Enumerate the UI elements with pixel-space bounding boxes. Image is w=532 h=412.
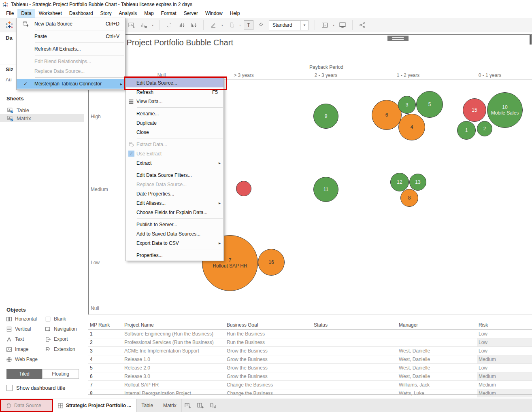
tab-table[interactable]: Table [136,399,158,412]
table-row[interactable]: 7Rollout SAP HRChange the BusinessWillia… [88,381,532,389]
paperclip-dropdown-icon[interactable]: ▾ [238,23,242,27]
bubble-1[interactable]: 1 [457,121,476,140]
show-dashboard-title-checkbox[interactable] [6,385,13,391]
table-row[interactable]: 3ACME Inc Implementation SupportGrow the… [88,347,532,355]
tab-matrix[interactable]: Matrix [158,399,182,412]
column-header-project-name[interactable]: Project Name [123,321,225,330]
menu-item-choose-fields-for-explain-data[interactable]: Choose Fields for Explain Data... [126,208,223,217]
highlight-pen-icon[interactable] [208,20,219,30]
menu-item-properties[interactable]: Properties... [126,251,223,260]
tiled-button[interactable]: Tiled [6,369,42,379]
bubble-16[interactable]: 16 [258,249,285,276]
menubar-item-worksheet[interactable]: Worksheet [35,9,66,18]
menu-item-extract[interactable]: Extract▸ [126,158,223,168]
object-item-vertical[interactable]: Vertical [6,326,45,332]
swap-rows-columns-icon[interactable] [164,20,174,30]
menu-item-add-to-saved-data-sources[interactable]: Add to Saved Data Sources... [126,229,223,238]
fix-axes-pin-icon[interactable] [255,20,266,30]
menu-item-close[interactable]: Close [126,127,223,137]
menu-item-export-data-to-csv[interactable]: Export Data to CSV▸ [126,238,223,248]
bubble-3[interactable]: 3 [398,96,416,114]
object-item-image[interactable]: Image [6,346,45,353]
highlight-dropdown-icon[interactable]: ▾ [220,23,224,27]
table-row[interactable]: 6Release 3.0Grow the BusinessWest, Danie… [88,372,532,381]
bubble-15[interactable]: 15 [463,98,486,122]
menu-item-rename[interactable]: Rename... [126,109,223,118]
table-row[interactable]: 4Release 1.0Grow the BusinessWest, Danie… [88,355,532,364]
menubar-item-data[interactable]: Data [17,9,35,18]
bubble-10-mobile-sales[interactable]: 10Mobile Sales [487,92,523,128]
menu-item-paste[interactable]: PasteCtrl+V [17,32,125,41]
table-row[interactable]: 8Internal Reorganization ProjectChange t… [88,389,532,398]
menubar-item-file[interactable]: File [2,9,17,18]
sheet-item-matrix[interactable]: Matrix [0,114,84,122]
bubble-6[interactable]: 6 [372,100,402,130]
tab-data-source[interactable]: Data Source [0,399,53,412]
tab-strategic-project-portfolio[interactable]: Strategic Project Portfolio ... [53,399,136,412]
new-dashboard-toolbar-icon[interactable] [126,20,137,30]
object-item-export[interactable]: Export [45,336,81,342]
clear-sheet-icon[interactable] [138,20,149,30]
object-item-blank[interactable]: Blank [45,316,81,322]
menu-item-edit-data-source-filters[interactable]: Edit Data Source Filters... [126,170,223,180]
object-item-extension[interactable]: Extension [45,346,81,353]
bubble-2[interactable]: 2 [477,121,492,136]
menubar-item-analysis[interactable]: Analysis [115,9,141,18]
share-icon[interactable] [357,20,368,30]
object-item-web-page[interactable]: Web Page [6,356,45,363]
paperclip-icon[interactable] [226,20,236,30]
menubar-item-window[interactable]: Window [202,9,226,18]
menu-item-duplicate[interactable]: Duplicate [126,118,223,127]
menu-item-new-data-source[interactable]: New Data SourceCtrl+D [17,19,125,29]
menubar-item-story[interactable]: Story [97,9,115,18]
new-story-icon[interactable] [207,399,219,412]
table-row[interactable]: 1Software Engineering (Run the Business)… [88,330,532,338]
bubble-9[interactable]: 9 [313,104,338,129]
bubble-8[interactable]: 8 [400,189,418,207]
menubar-item-dashboard[interactable]: Dashboard [66,9,97,18]
menu-item-edit-aliases[interactable]: Edit Aliases...▸ [126,198,223,208]
new-worksheet-icon[interactable] [182,399,194,412]
bubble-unlabeled[interactable] [236,181,251,196]
object-item-text[interactable]: Text [6,336,45,342]
column-header-business-goal[interactable]: Business Goal [225,321,312,330]
sort-ascending-icon[interactable] [176,20,187,30]
column-header-risk[interactable]: Risk [477,321,532,330]
menu-item-publish-to-server[interactable]: Publish to Server... [126,220,223,229]
zone-grip-handle[interactable] [387,36,409,41]
column-header-mp-rank[interactable]: MP Rank [88,321,123,330]
floating-button[interactable]: Floating [42,369,79,379]
bubble-11[interactable]: 11 [313,177,338,202]
bubble-12[interactable]: 12 [390,173,409,191]
show-mark-labels-button[interactable]: T [244,20,253,30]
fit-mode-dropdown-icon[interactable]: ▼ [300,21,308,30]
vertical-scrollbar-thumb[interactable] [530,35,532,45]
menu-separator [137,138,223,138]
show-hide-cards-dropdown-icon[interactable]: ▾ [332,23,336,27]
menubar-item-format[interactable]: Format [157,9,180,18]
object-item-navigation[interactable]: Navigation [45,326,81,332]
object-item-horizontal[interactable]: Horizontal [6,316,45,322]
presentation-mode-icon[interactable] [337,20,348,30]
menubar-item-server[interactable]: Server [180,9,202,18]
clear-sheet-dropdown-icon[interactable]: ▾ [151,23,155,27]
menu-item-refresh-all-extracts[interactable]: Refresh All Extracts... [17,44,125,54]
new-dashboard-icon[interactable] [194,399,207,412]
fit-mode-select[interactable]: Standard ▼ [269,20,309,30]
sheet-item-table[interactable]: Table [0,106,84,114]
bubble-13[interactable]: 13 [409,174,426,191]
column-header-status[interactable]: Status [312,321,397,330]
column-header-manager[interactable]: Manager [397,321,477,330]
sort-descending-icon[interactable] [188,20,199,30]
table-row[interactable]: 2Professional Services (Run the Business… [88,338,532,347]
menubar-item-help[interactable]: Help [226,9,244,18]
show-hide-cards-icon[interactable] [319,20,330,30]
menu-item-view-data[interactable]: View Data... [126,97,223,106]
table-row[interactable]: 5Release 2.0Grow the BusinessWest, Danie… [88,364,532,372]
bubble-4[interactable]: 4 [398,114,425,140]
menu-item-meisterplan-tableau-connector[interactable]: ✓Meisterplan Tableau Connector▸ [17,79,125,89]
menubar-item-map[interactable]: Map [140,9,157,18]
bubble-5[interactable]: 5 [416,91,443,118]
menu-item-date-properties[interactable]: Date Properties... [126,189,223,198]
tableau-home-icon[interactable] [5,21,14,30]
